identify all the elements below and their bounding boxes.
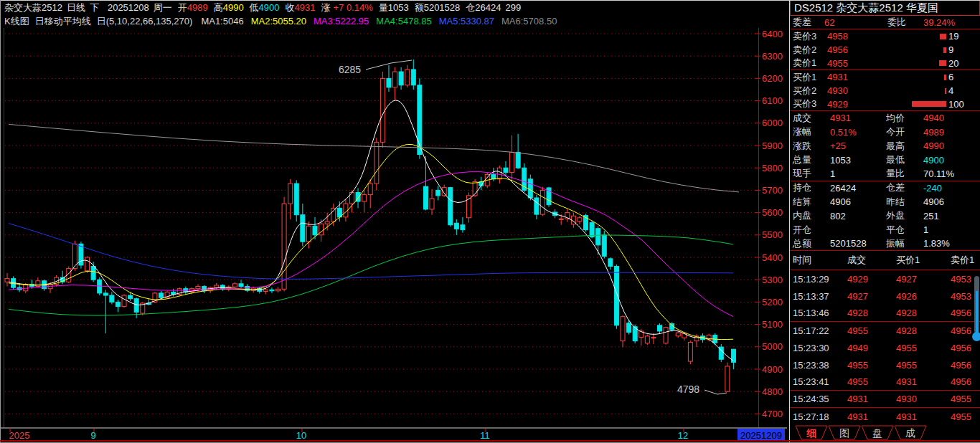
stat-value: 4989 xyxy=(923,127,944,138)
bid-price: 4931 xyxy=(827,72,883,82)
volume-bar xyxy=(943,47,946,53)
tick-ask1: 4955 xyxy=(943,394,971,404)
text-segment: MA4:5478.85 xyxy=(376,15,431,28)
candle-up xyxy=(122,295,126,307)
ask-row[interactable]: 卖价1495520 xyxy=(790,57,980,70)
tick-price: 4931 xyxy=(843,411,892,422)
tick-row[interactable]: 15:17:22495549284956 xyxy=(790,322,980,339)
candle-down xyxy=(159,293,164,297)
text-segment: 日移动平均线 xyxy=(35,15,91,28)
tick-row[interactable]: 15:23:38495549554956 xyxy=(790,356,980,373)
text-segment: MA5:5330.87 xyxy=(439,15,494,28)
ask-row[interactable]: 卖价3495819 xyxy=(790,29,980,43)
y-axis-label: 5900 xyxy=(762,140,783,151)
candle-down xyxy=(134,299,138,313)
text-segment: 日(5,10,22,66,135,270) xyxy=(97,15,193,28)
y-axis-label: 4900 xyxy=(762,364,783,375)
stat-value: 802 xyxy=(830,211,886,222)
candle-down xyxy=(270,290,274,291)
tick-price: 4927 xyxy=(843,291,892,302)
text-segment: 仓 xyxy=(466,1,475,14)
tab-label-盘[interactable]: 盘 xyxy=(872,427,882,439)
text-segment: 量 xyxy=(379,1,388,14)
candle-up xyxy=(85,257,90,271)
tick-price: 4929 xyxy=(843,274,892,285)
kline-chart[interactable]: 6400630062006100600059005800570056005500… xyxy=(0,28,789,443)
stat-label: 振幅 xyxy=(886,237,923,250)
tick-price: 4955 xyxy=(843,360,892,371)
x-axis-label: 11 xyxy=(480,430,490,441)
bid-row[interactable]: 买价249304 xyxy=(790,84,980,97)
candle-up xyxy=(664,328,668,343)
bid-row[interactable]: 买价34929100 xyxy=(790,97,980,111)
stat-value: 251 xyxy=(923,211,939,222)
scrollbar-thumb[interactable] xyxy=(972,332,980,341)
volume-bar xyxy=(940,34,946,39)
stat-value: 1053 xyxy=(830,155,886,166)
y-axis-label: 5100 xyxy=(762,319,783,330)
candle-up xyxy=(430,199,434,209)
stat-label: 量比 xyxy=(886,167,923,180)
ma-line-ma5 xyxy=(9,224,733,280)
tick-price: 4928 xyxy=(843,308,892,318)
scrollbar-stem[interactable] xyxy=(976,291,978,335)
y-axis-label: 6000 xyxy=(762,118,783,128)
tick-ask1: 4956 xyxy=(943,325,971,336)
candle-down xyxy=(534,198,539,214)
candle-down xyxy=(657,325,661,331)
stat-value: 4906 xyxy=(830,196,886,207)
tab-label-成[interactable]: 成 xyxy=(905,427,915,439)
tick-time: 15:13:37 xyxy=(793,291,843,302)
bottom-divider-red xyxy=(0,440,980,442)
candle-down xyxy=(294,184,298,215)
tick-row[interactable]: 15:23:30494949554956 xyxy=(790,339,980,356)
tick-price: 4955 xyxy=(843,325,892,336)
tick-row[interactable]: 15:13:46492849284956 xyxy=(790,305,980,322)
tick-time: 15:23:38 xyxy=(793,360,843,371)
tick-row[interactable]: 15:23:41495549314956 xyxy=(790,373,980,391)
tick-row[interactable]: 15:13:37492749264953 xyxy=(790,287,980,305)
candle-up xyxy=(232,284,237,287)
ask-volume: 19 xyxy=(948,31,980,42)
bid-row[interactable]: 买价149316 xyxy=(790,70,980,84)
tick-time: 15:13:29 xyxy=(793,274,843,285)
tick-bid1: 4931 xyxy=(892,376,943,387)
y-axis-label: 6100 xyxy=(762,95,783,106)
tick-ask1: 4956 xyxy=(943,360,971,371)
text-segment: 低 xyxy=(250,1,259,14)
text-segment: MA2:5055.20 xyxy=(251,15,306,28)
candle-up xyxy=(676,333,680,336)
stat-label: 昨结 xyxy=(886,196,923,209)
tick-row[interactable]: 15:24:35493149304955 xyxy=(790,391,980,408)
text-segment: MA6:5708.50 xyxy=(501,15,557,28)
ask-row[interactable]: 卖价249569 xyxy=(790,43,980,57)
y-axis-label: 6200 xyxy=(762,73,783,84)
candle-down xyxy=(411,70,415,85)
tick-time: 15:23:30 xyxy=(793,343,843,353)
candle-down xyxy=(423,186,428,209)
ask-label: 卖价2 xyxy=(793,44,827,57)
weibi-value: 39.24% xyxy=(923,17,955,28)
candle-down xyxy=(448,188,453,225)
candle-down xyxy=(110,295,114,302)
stat-label: 均价 xyxy=(886,112,923,125)
bid-label: 买价2 xyxy=(793,85,827,97)
candle-down xyxy=(504,168,508,172)
tick-row[interactable]: 15:27:18493149314955 xyxy=(790,408,980,425)
text-segment: 下 xyxy=(90,1,99,14)
tick-ask1: 4953 xyxy=(943,291,971,302)
text-segment: 额 xyxy=(415,1,424,14)
x-axis-label: 10 xyxy=(296,430,306,441)
weicha-label: 委差 xyxy=(793,16,824,29)
stat-value: +25 xyxy=(830,140,886,151)
candle-up xyxy=(725,366,730,391)
tab-label-图[interactable]: 图 xyxy=(839,427,849,439)
text-segment: 日线 xyxy=(67,1,85,14)
y-axis-label: 5700 xyxy=(762,185,783,196)
tab-label-细[interactable]: 细 xyxy=(806,427,816,439)
tick-row[interactable]: 15:13:29492949274953 xyxy=(790,270,980,287)
stat-row: 开仓平仓1 xyxy=(790,223,980,237)
stat-value: 1 xyxy=(923,224,928,235)
col-time: 时间 xyxy=(793,254,843,267)
x-axis-label: 2025 xyxy=(9,430,30,441)
